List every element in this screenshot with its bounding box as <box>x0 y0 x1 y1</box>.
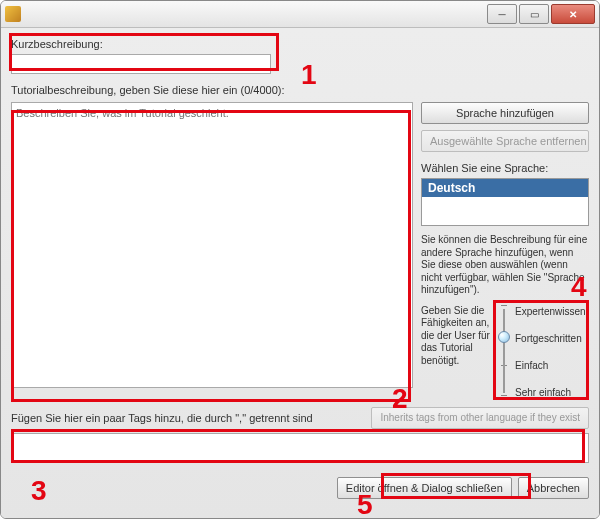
skill-level-label: Fortgeschritten <box>515 334 586 344</box>
skill-row: Geben Sie die Fähigkeiten an, die der Us… <box>421 305 589 401</box>
dialog-body: Kurzbeschreibung: Tutorialbeschreibung, … <box>1 28 599 518</box>
language-note: Sie können die Beschreibung für eine and… <box>421 234 589 297</box>
short-desc-label: Kurzbeschreibung: <box>11 38 589 50</box>
minimize-button[interactable]: ─ <box>487 4 517 24</box>
skill-note: Geben Sie die Fähigkeiten an, die der Us… <box>421 305 491 401</box>
choose-language-label: Wählen Sie eine Sprache: <box>421 162 589 174</box>
open-editor-button[interactable]: Editor öffnen & Dialog schließen <box>337 477 512 499</box>
tags-row: Fügen Sie hier ein paar Tags hinzu, die … <box>11 407 589 429</box>
tags-input[interactable] <box>11 433 589 463</box>
skill-level-label: Einfach <box>515 361 586 371</box>
tutorial-desc-label: Tutorialbeschreibung, geben Sie diese hi… <box>11 84 589 96</box>
side-panel: Sprache hinzufügen Ausgewählte Sprache e… <box>421 102 589 401</box>
slider-tick <box>501 395 507 396</box>
remove-language-button[interactable]: Ausgewählte Sprache entfernen <box>421 130 589 152</box>
slider-track[interactable] <box>497 305 511 397</box>
slider-tick <box>501 305 507 306</box>
tutorial-desc-input[interactable] <box>11 102 413 388</box>
add-language-button[interactable]: Sprache hinzufügen <box>421 102 589 124</box>
app-icon <box>5 6 21 22</box>
titlebar: ─ ▭ ✕ <box>1 1 599 28</box>
footer: Editor öffnen & Dialog schließen Abbrech… <box>11 477 589 499</box>
language-list[interactable]: Deutsch <box>421 178 589 226</box>
tags-label: Fügen Sie hier ein paar Tags hinzu, die … <box>11 412 363 424</box>
skill-slider[interactable]: Expertenwissen Fortgeschritten Einfach S… <box>497 305 589 401</box>
skill-level-label: Expertenwissen <box>515 307 586 317</box>
slider-line <box>503 309 505 393</box>
dialog-window: ─ ▭ ✕ Kurzbeschreibung: Tutorialbeschrei… <box>0 0 600 519</box>
inherit-tags-button[interactable]: Inherits tags from other language if the… <box>371 407 589 429</box>
window-buttons: ─ ▭ ✕ <box>487 4 595 24</box>
close-button[interactable]: ✕ <box>551 4 595 24</box>
desc-area <box>11 102 413 401</box>
slider-labels: Expertenwissen Fortgeschritten Einfach S… <box>515 305 586 401</box>
slider-thumb[interactable] <box>498 331 510 343</box>
short-desc-input[interactable] <box>11 54 271 74</box>
language-item-selected[interactable]: Deutsch <box>422 179 588 197</box>
main-row: Sprache hinzufügen Ausgewählte Sprache e… <box>11 102 589 401</box>
maximize-button[interactable]: ▭ <box>519 4 549 24</box>
skill-level-label: Sehr einfach <box>515 388 586 398</box>
cancel-button[interactable]: Abbrechen <box>518 477 589 499</box>
